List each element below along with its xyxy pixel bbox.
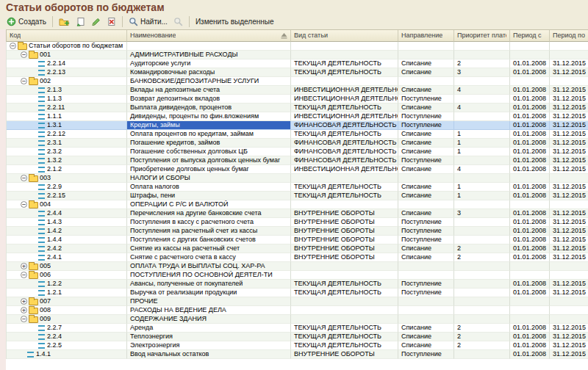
table-group-row[interactable]: +008РАСХОДЫ НА ВЕДЕНИЕ ДЕЛА: [7, 306, 588, 315]
code-cell: 2.2.13: [7, 68, 127, 77]
table-row[interactable]: 2.3.2Погашение собственных долговых ЦБФИ…: [7, 148, 588, 156]
code-text: 2.2.9: [47, 183, 62, 191]
collapse-toggle-icon[interactable]: −: [21, 175, 27, 181]
name-cell: Выручка от реализации продукции: [127, 289, 291, 297]
table-group-row[interactable]: −003НАЛОГИ И СБОРЫ: [7, 174, 588, 183]
name-cell: Аудиторские услуги: [127, 59, 291, 68]
table-group-row[interactable]: +007ПРОЧИЕ: [7, 297, 588, 306]
period-to-cell: 31.12.2015: [550, 112, 588, 121]
code-text: 006: [40, 271, 51, 279]
column-header-code[interactable]: Код: [7, 30, 127, 42]
column-header-direction[interactable]: Направление: [398, 30, 454, 42]
table-group-row[interactable]: −002БАНКОВСКИЕ/ДЕПОЗИТАРНЫЕ УСЛУГИ: [7, 77, 588, 86]
period-from-cell: [510, 271, 550, 280]
code-cell: 2.2.9: [7, 183, 127, 192]
table-row[interactable]: 1.4.1Ввод начальных остатковВНУТРЕННИЕ О…: [7, 350, 588, 359]
priority-cell: 1: [454, 130, 510, 139]
table-row[interactable]: 1.4.4Поступления с других банковских сче…: [7, 236, 588, 244]
period-to-cell: 31.12.2015: [550, 341, 588, 350]
table-row[interactable]: 2.2.14Аудиторские услугиТЕКУЩАЯ ДЕЯТЕЛЬН…: [7, 59, 588, 68]
table-row[interactable]: 2.4.4Перечисления на другие банковские с…: [7, 209, 588, 218]
priority-cell: [454, 262, 510, 271]
column-header-label: Приоритет платежа: [457, 30, 506, 41]
table-group-row[interactable]: −001АДМИНИСТРАТИВНЫЕ РАСХОДЫ: [7, 51, 588, 59]
column-header-kind[interactable]: Вид статьи: [291, 30, 398, 42]
column-header-name[interactable]: Наименование: [127, 30, 291, 42]
code-text: 2.4.2: [47, 244, 62, 253]
element-icon: [38, 334, 45, 340]
table-group-row[interactable]: −004ОПЕРАЦИИ С Р/С И ВАЛЮТОЙ: [7, 200, 588, 209]
copy-button[interactable]: [73, 15, 88, 28]
kind-cell: ТЕКУЩАЯ ДЕЯТЕЛЬНОСТЬ: [291, 68, 398, 77]
clear-find-button[interactable]: [171, 15, 186, 28]
table-row[interactable]: 2.2.5ЭлектроэнергияТЕКУЩАЯ ДЕЯТЕЛЬНОСТЬС…: [7, 341, 588, 350]
table-row[interactable]: 1.3.1Кредиты, займыФИНАНСОВАЯ ДЕЯТЕЛЬНОС…: [7, 121, 588, 130]
period-to-cell: 31.12.2015: [550, 165, 588, 174]
name-cell: Приобретение долговых ценных бумаг: [127, 165, 291, 174]
change-selected-button[interactable]: Изменить выделенные: [193, 16, 277, 27]
create-button[interactable]: Создать: [4, 15, 49, 28]
name-cell: Авансы, полученные от покупателей: [127, 280, 291, 289]
column-header-label: Период по: [553, 30, 585, 41]
table-row[interactable]: 1.4.3Поступления в кассу с расчетного сч…: [7, 218, 588, 227]
table-row[interactable]: 2.2.12Оплата процентов по кредитам, займ…: [7, 130, 588, 139]
direction-cell: Списание: [398, 86, 454, 95]
table-row[interactable]: 2.2.7АрендаТЕКУЩАЯ ДЕЯТЕЛЬНОСТЬСписание2…: [7, 324, 588, 333]
table-row[interactable]: 2.1.3Вклады на депозитные счетаИНВЕСТИЦИ…: [7, 86, 588, 95]
collapse-toggle-icon[interactable]: −: [21, 272, 27, 278]
collapse-toggle-icon[interactable]: −: [10, 43, 16, 49]
element-icon: [38, 343, 45, 349]
collapse-toggle-icon[interactable]: −: [21, 316, 27, 322]
code-cell: −004: [7, 200, 127, 209]
expand-toggle-icon[interactable]: +: [21, 263, 27, 269]
table-row[interactable]: 1.2.2Авансы, полученные от покупателейТЕ…: [7, 280, 588, 289]
column-header-period-to[interactable]: Период по: [550, 30, 588, 42]
delete-button[interactable]: [104, 15, 119, 28]
name-cell: Погашение собственных долговых ЦБ: [127, 148, 291, 156]
code-text: 003: [40, 174, 51, 182]
kind-cell: ВНУТРЕННИЕ ОБОРОТЫ: [291, 218, 398, 227]
period-from-cell: [510, 42, 550, 51]
edit-button[interactable]: [88, 15, 104, 28]
direction-cell: [398, 200, 454, 209]
table-group-row[interactable]: −009СОДЕРЖАНИЕ ЗДАНИЯ: [7, 315, 588, 324]
table-row[interactable]: 1.1.3Возврат депозитных вкладовИНВЕСТИЦИ…: [7, 95, 588, 104]
direction-cell: Списание: [398, 148, 454, 156]
table-group-row[interactable]: −006ПОСТУПЛЕНИЯ ПО ОСНОВНОЙ ДЕЯТЕЛ-ТИ: [7, 271, 588, 280]
collapse-toggle-icon[interactable]: −: [21, 78, 27, 84]
table-row[interactable]: 2.4.2Снятие из кассы на расчетный счетВН…: [7, 244, 588, 253]
code-cell: 2.2.4: [7, 333, 127, 341]
collapse-toggle-icon[interactable]: −: [21, 201, 27, 208]
period-from-cell: [510, 315, 550, 324]
column-header-period-from[interactable]: Период с: [510, 30, 550, 42]
code-text: 1.3.2: [47, 156, 62, 164]
kind-cell: [291, 262, 398, 271]
table-row[interactable]: 2.3.1Погашение кредитов, займовФИНАНСОВА…: [7, 139, 588, 148]
period-from-cell: 01.01.2008: [510, 236, 550, 244]
column-header-priority[interactable]: Приоритет платежа: [454, 30, 510, 42]
name-cell: Поступления с других банковских счетов: [127, 236, 291, 244]
expand-toggle-icon[interactable]: +: [21, 298, 27, 305]
table-group-row[interactable]: −Статьи оборотов по бюджетам: [7, 42, 588, 51]
find-button[interactable]: Найти...: [126, 15, 171, 28]
table-row[interactable]: 2.4.1Снятие с расчетного счета в кассуВН…: [7, 253, 588, 262]
table-row[interactable]: 1.3.2Поступления от выпуска долговых цен…: [7, 156, 588, 165]
collapse-toggle-icon[interactable]: −: [21, 51, 27, 58]
table-row[interactable]: 2.2.9Оплата налоговТЕКУЩАЯ ДЕЯТЕЛЬНОСТЬС…: [7, 183, 588, 192]
table-row[interactable]: 2.2.15Штрафы, пениТЕКУЩАЯ ДЕЯТЕЛЬНОСТЬСп…: [7, 192, 588, 200]
code-text: 005: [40, 262, 51, 270]
table-row[interactable]: 1.1.1Дивиденды, проценты по фин.вложения…: [7, 112, 588, 121]
period-from-cell: 01.01.2008: [510, 280, 550, 289]
table-row[interactable]: 1.4.2Поступления на расчетный счет из ка…: [7, 227, 588, 236]
element-icon: [38, 184, 45, 190]
table-row[interactable]: 2.2.11Выплата дивидендов, процентовТЕКУЩ…: [7, 104, 588, 112]
table-row[interactable]: 2.1.2Приобретение долговых ценных бумагИ…: [7, 165, 588, 174]
clear-search-icon: [173, 17, 183, 26]
direction-cell: Списание: [398, 165, 454, 174]
table-row[interactable]: 2.2.13Командировочные расходыТЕКУЩАЯ ДЕЯ…: [7, 68, 588, 77]
table-row[interactable]: 2.2.4ТеплоэнергияТЕКУЩАЯ ДЕЯТЕЛЬНОСТЬСпи…: [7, 333, 588, 341]
table-group-row[interactable]: +005ОПЛАТА ТРУДА И ВЫПЛАТЫ СОЦ. ХАР-РА: [7, 262, 588, 271]
expand-toggle-icon[interactable]: +: [21, 307, 27, 313]
add-group-button[interactable]: [56, 15, 73, 28]
table-row[interactable]: 1.2.1Выручка от реализации продукцииТЕКУ…: [7, 289, 588, 297]
